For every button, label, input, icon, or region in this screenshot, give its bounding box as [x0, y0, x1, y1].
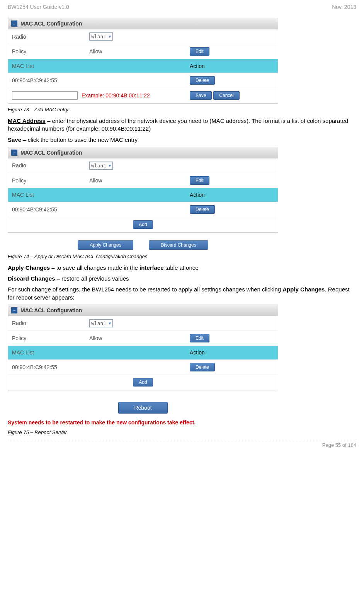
mac-acl-panel-2: → MAC ACL Configuration Radio wlan1 ▼ Po…	[8, 147, 278, 233]
restart-note: For such change of settings, the BW1254 …	[8, 286, 356, 301]
action-header: Action	[190, 192, 274, 198]
policy-value: Allow	[89, 48, 190, 54]
panel-title: MAC ACL Configuration	[20, 307, 82, 313]
mac-entry-row: 00:90:4B:C9:42:55 Delete	[8, 202, 278, 217]
radio-label: Radio	[12, 34, 89, 40]
figure-74-caption: Figure 74 – Apply or Discard MAC ACL Con…	[8, 254, 356, 259]
delete-button[interactable]: Delete	[190, 205, 215, 214]
page-header: BW1254 User Guide v1.0 Nov. 2013	[8, 4, 356, 10]
radio-select[interactable]: wlan1 ▼	[89, 32, 113, 41]
mac-entry-row: 00:90:4B:C9:42:55 Delete	[8, 73, 278, 88]
new-entry-row: Example: 00:90:4B:00:11:22 Save Cancel	[8, 88, 278, 103]
cancel-button[interactable]: Cancel	[213, 91, 239, 100]
policy-value: Allow	[89, 177, 190, 184]
add-button[interactable]: Add	[133, 378, 153, 387]
delete-button[interactable]: Delete	[190, 76, 215, 85]
maclist-header-row: MAC List Action	[8, 59, 278, 73]
mac-acl-panel-3: → MAC ACL Configuration Radio wlan1 ▼ Po…	[8, 305, 278, 390]
radio-row: Radio wlan1 ▼	[8, 158, 278, 173]
figure-75-caption: Figure 75 – Reboot Server	[8, 429, 356, 435]
radio-value: wlan1	[91, 163, 106, 169]
radio-select[interactable]: wlan1 ▼	[89, 319, 113, 327]
radio-select[interactable]: wlan1 ▼	[89, 162, 113, 170]
mac-entry-row: 00:90:4B:C9:42:55 Delete	[8, 360, 278, 375]
apply-changes-button[interactable]: Apply Changes	[78, 240, 133, 250]
arrow-right-icon: →	[11, 20, 17, 27]
chevron-down-icon: ▼	[109, 163, 111, 168]
edit-button[interactable]: Edit	[190, 47, 209, 56]
save-description: Save – click the button to save the new …	[8, 136, 356, 144]
figure-73-caption: Figure 73 – Add MAC entry	[8, 107, 356, 112]
panel-title: MAC ACL Configuration	[20, 20, 82, 27]
maclist-header: MAC List	[12, 349, 190, 356]
add-row: Add	[8, 375, 278, 390]
add-button[interactable]: Add	[133, 220, 153, 229]
reboot-row: Reboot	[8, 402, 278, 414]
apply-discard-row: Apply Changes Discard Changes	[8, 240, 278, 250]
discard-changes-button[interactable]: Discard Changes	[149, 240, 208, 250]
delete-button[interactable]: Delete	[190, 363, 215, 371]
policy-label: Policy	[12, 335, 89, 341]
discard-changes-description: Discard Changes – restore all previous v…	[8, 275, 356, 283]
reboot-button[interactable]: Reboot	[118, 402, 167, 414]
mac-address-description: MAC Address – enter the physical address…	[8, 117, 356, 133]
save-button[interactable]: Save	[190, 91, 212, 100]
radio-row: Radio wlan1 ▼	[8, 29, 278, 44]
panel-header: → MAC ACL Configuration	[8, 147, 278, 158]
action-header: Action	[190, 349, 274, 356]
apply-changes-description: Apply Changes – to save all changes made…	[8, 264, 356, 272]
action-header: Action	[190, 63, 274, 69]
example-text: Example: 00:90:4B:00:11:22	[82, 92, 150, 99]
header-left: BW1254 User Guide v1.0	[8, 4, 69, 10]
panel-header: → MAC ACL Configuration	[8, 18, 278, 29]
maclist-header: MAC List	[12, 192, 190, 198]
mac-acl-panel-1: → MAC ACL Configuration Radio wlan1 ▼ Po…	[8, 18, 278, 104]
chevron-down-icon: ▼	[109, 34, 111, 39]
mac-input[interactable]	[12, 91, 78, 100]
edit-button[interactable]: Edit	[190, 176, 209, 185]
mac-entry: 00:90:4B:C9:42:55	[12, 77, 190, 83]
maclist-header-row: MAC List Action	[8, 188, 278, 202]
restart-warning: System needs to be restarted to make the…	[8, 419, 356, 426]
policy-label: Policy	[12, 48, 89, 54]
mac-entry: 00:90:4B:C9:42:55	[12, 364, 190, 370]
radio-value: wlan1	[91, 34, 106, 39]
arrow-right-icon: →	[11, 150, 17, 156]
maclist-header-row: MAC List Action	[8, 346, 278, 360]
policy-row: Policy Allow Edit	[8, 44, 278, 59]
radio-value: wlan1	[91, 320, 106, 326]
page-footer: Page 55 of 184	[8, 440, 356, 448]
maclist-header: MAC List	[12, 63, 190, 69]
policy-row: Policy Allow Edit	[8, 331, 278, 346]
panel-header: → MAC ACL Configuration	[8, 305, 278, 316]
arrow-right-icon: →	[11, 307, 17, 313]
mac-entry: 00:90:4B:C9:42:55	[12, 206, 190, 213]
panel-title: MAC ACL Configuration	[20, 150, 82, 156]
edit-button[interactable]: Edit	[190, 334, 209, 342]
radio-row: Radio wlan1 ▼	[8, 316, 278, 331]
policy-value: Allow	[89, 335, 190, 341]
chevron-down-icon: ▼	[109, 321, 111, 325]
policy-row: Policy Allow Edit	[8, 173, 278, 188]
radio-label: Radio	[12, 320, 89, 326]
add-row: Add	[8, 217, 278, 232]
radio-label: Radio	[12, 162, 89, 169]
policy-label: Policy	[12, 177, 89, 184]
header-right: Nov. 2013	[332, 4, 356, 10]
